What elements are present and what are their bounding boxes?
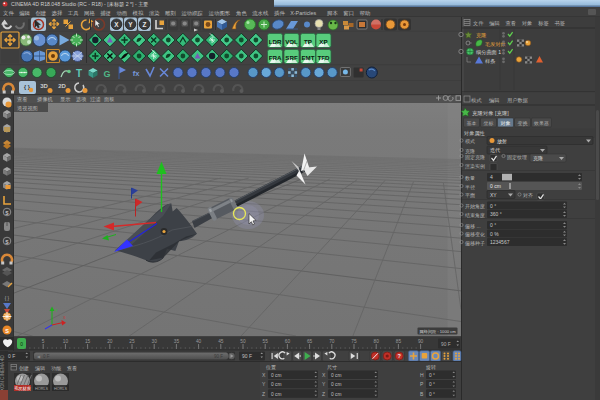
svg-text:位置: 位置 bbox=[265, 364, 276, 370]
svg-text:结束角度: 结束角度 bbox=[465, 212, 485, 219]
svg-text:FRA: FRA bbox=[269, 54, 282, 61]
svg-text:0 cm: 0 cm bbox=[271, 382, 281, 387]
svg-text:过滤: 过滤 bbox=[90, 96, 101, 103]
svg-text:迭代: 迭代 bbox=[490, 147, 500, 153]
svg-text:创建: 创建 bbox=[19, 365, 29, 372]
svg-text:模拟: 模拟 bbox=[133, 10, 144, 16]
svg-text:偏移种子: 偏移种子 bbox=[464, 240, 485, 247]
svg-text:0 °: 0 ° bbox=[429, 373, 435, 378]
svg-text:15: 15 bbox=[85, 339, 91, 344]
svg-text:TFD: TFD bbox=[317, 54, 330, 61]
svg-text:50: 50 bbox=[240, 339, 246, 344]
svg-text:渲染: 渲染 bbox=[149, 10, 160, 16]
svg-text:XP: XP bbox=[319, 38, 327, 45]
svg-text:Y: Y bbox=[128, 21, 133, 28]
svg-text:固定纹理: 固定纹理 bbox=[507, 154, 527, 161]
svg-text:X: X bbox=[114, 21, 119, 28]
svg-text:VOL: VOL bbox=[285, 38, 298, 45]
svg-text:选项: 选项 bbox=[76, 96, 86, 103]
svg-text:坐标: 坐标 bbox=[484, 120, 494, 127]
svg-text:Z: Z bbox=[143, 21, 147, 28]
svg-text:H: H bbox=[420, 372, 424, 378]
svg-text:65: 65 bbox=[307, 339, 313, 344]
svg-text:偏移 ...: 偏移 ... bbox=[464, 223, 481, 230]
svg-text:70: 70 bbox=[329, 339, 335, 344]
svg-text:X: X bbox=[63, 315, 66, 320]
svg-text:45: 45 bbox=[218, 339, 224, 344]
svg-text:克隆对象 [克隆]: 克隆对象 [克隆] bbox=[472, 110, 509, 117]
svg-text:对象: 对象 bbox=[521, 20, 532, 26]
svg-text:0: 0 bbox=[20, 342, 23, 347]
svg-text:流水线: 流水线 bbox=[252, 10, 269, 17]
svg-text:0 F: 0 F bbox=[8, 353, 15, 359]
svg-text:0 cm: 0 cm bbox=[331, 373, 341, 378]
svg-text:对齐: 对齐 bbox=[523, 192, 533, 198]
svg-text:透视视图: 透视视图 bbox=[17, 105, 38, 112]
svg-text:样条: 样条 bbox=[485, 58, 495, 64]
svg-text:2D: 2D bbox=[58, 83, 66, 89]
svg-text:0 cm: 0 cm bbox=[331, 382, 341, 387]
svg-text:文件: 文件 bbox=[3, 10, 14, 16]
svg-text:运动跟踪: 运动跟踪 bbox=[181, 10, 203, 16]
svg-text:基本: 基本 bbox=[467, 120, 477, 126]
svg-text:编辑: 编辑 bbox=[19, 10, 30, 16]
svg-text:窗口: 窗口 bbox=[343, 10, 354, 17]
svg-text:插件: 插件 bbox=[274, 10, 285, 17]
svg-text:30: 30 bbox=[152, 339, 158, 344]
svg-text:0 %: 0 % bbox=[490, 231, 499, 237]
svg-text:0 cm: 0 cm bbox=[271, 392, 281, 397]
svg-text:放射: 放射 bbox=[497, 138, 507, 145]
svg-text:90 F: 90 F bbox=[214, 354, 223, 359]
svg-text:模式: 模式 bbox=[471, 97, 482, 103]
svg-text:0 °: 0 ° bbox=[429, 392, 435, 397]
svg-text:CINEMA 4D R18.048 Studio (RC -: CINEMA 4D R18.048 Studio (RC - R18) - [未… bbox=[11, 1, 149, 8]
svg-text:SRF: SRF bbox=[285, 54, 298, 61]
svg-text:编辑: 编辑 bbox=[489, 97, 500, 103]
svg-text:半径: 半径 bbox=[465, 184, 475, 190]
svg-text:Z: Z bbox=[262, 391, 265, 397]
svg-text:35: 35 bbox=[174, 339, 180, 344]
svg-text:10: 10 bbox=[63, 339, 69, 344]
svg-text:帮助: 帮助 bbox=[360, 10, 371, 16]
svg-text:0 cm: 0 cm bbox=[271, 373, 281, 378]
svg-text:0 cm: 0 cm bbox=[331, 392, 341, 397]
svg-text:75: 75 bbox=[351, 339, 357, 344]
svg-text:3D: 3D bbox=[40, 83, 48, 89]
svg-text:捕捉: 捕捉 bbox=[100, 10, 111, 17]
svg-text:0 °: 0 ° bbox=[490, 222, 496, 228]
svg-text:0 °: 0 ° bbox=[429, 382, 435, 387]
svg-text:偏移变化: 偏移变化 bbox=[464, 231, 485, 238]
svg-text:0 cm: 0 cm bbox=[490, 183, 501, 189]
svg-text:对象: 对象 bbox=[501, 120, 511, 126]
svg-text:55: 55 bbox=[263, 339, 269, 344]
svg-text:查看: 查看 bbox=[17, 96, 27, 103]
svg-text:EMT: EMT bbox=[301, 54, 314, 61]
svg-text:细分曲面 1: 细分曲面 1 bbox=[476, 49, 501, 56]
svg-text:摄像机: 摄像机 bbox=[37, 96, 53, 102]
svg-text:效果器: 效果器 bbox=[533, 120, 549, 126]
svg-text:XY: XY bbox=[490, 192, 497, 198]
svg-text:80: 80 bbox=[374, 339, 380, 344]
svg-text:对象属性: 对象属性 bbox=[463, 130, 485, 136]
svg-text:1234567: 1234567 bbox=[490, 239, 510, 245]
svg-text:查看: 查看 bbox=[506, 20, 516, 27]
svg-text:数量: 数量 bbox=[465, 175, 475, 181]
svg-text:文件: 文件 bbox=[473, 20, 484, 26]
svg-text:旋转: 旋转 bbox=[425, 364, 436, 371]
svg-text:开始角度: 开始角度 bbox=[465, 203, 485, 210]
svg-text:5: 5 bbox=[42, 339, 45, 344]
svg-text:功能: 功能 bbox=[51, 365, 61, 372]
svg-text:0 F: 0 F bbox=[43, 354, 50, 359]
svg-text:90 F: 90 F bbox=[242, 353, 252, 359]
svg-text:平面: 平面 bbox=[465, 192, 475, 199]
svg-text:工具: 工具 bbox=[68, 10, 79, 16]
svg-text:角色: 角色 bbox=[236, 10, 247, 16]
svg-text:360 °: 360 ° bbox=[490, 211, 502, 217]
svg-text:显示: 显示 bbox=[60, 96, 70, 102]
svg-text:90 F: 90 F bbox=[441, 342, 451, 347]
svg-text:克隆: 克隆 bbox=[476, 32, 486, 39]
svg-text:60: 60 bbox=[285, 339, 291, 344]
svg-text:用户数据: 用户数据 bbox=[507, 97, 529, 104]
svg-text:面板: 面板 bbox=[104, 96, 114, 102]
svg-text:书签: 书签 bbox=[555, 20, 565, 27]
